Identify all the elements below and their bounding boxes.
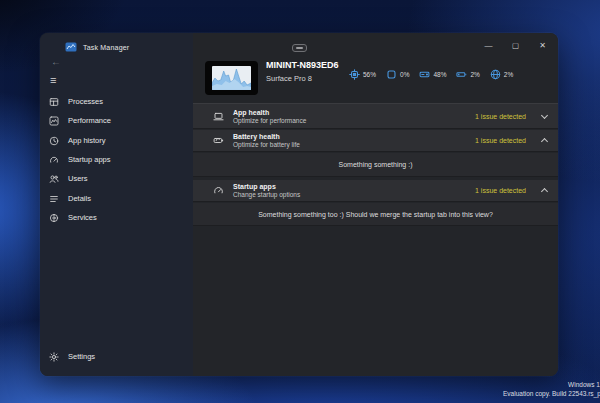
sidebar-item-startup-apps[interactable]: Startup apps [40,150,193,169]
close-button[interactable]: ✕ [529,36,556,54]
chevron-up-icon[interactable] [541,188,548,195]
device-thumbnail [205,61,258,95]
disk-value: 48% [433,71,446,78]
gear-icon [49,352,59,362]
sidebar-item-settings[interactable]: Settings [40,347,193,366]
row-title: Battery health [233,133,300,140]
hamburger-menu-icon[interactable]: ≡ [50,74,56,86]
titlebar: Task Manager [65,42,129,52]
sidebar-item-app-history[interactable]: App history [40,131,193,150]
chevron-down-icon[interactable] [541,111,548,118]
performance-graph-thumbnail-icon [212,66,251,90]
sidebar-item-label: Details [68,194,91,203]
battery-icon [456,69,467,80]
sidebar-item-performance[interactable]: Performance [40,111,193,130]
row-subtitle: Optimize for performance [233,117,306,124]
disk-icon [419,69,430,80]
sidebar-item-services[interactable]: Services [40,208,193,227]
sidebar-item-users[interactable]: Users [40,169,193,188]
device-model: Surface Pro 8 [266,74,312,83]
app-history-icon [49,136,59,146]
expanded-message: Something something too :) Should we mer… [258,211,493,218]
cpu-stat: 56% [349,69,376,80]
window-controls: — ▢ ✕ [475,36,556,54]
services-icon [49,213,59,223]
users-icon [49,174,59,184]
task-manager-window: Task Manager ← ≡ Processes Performance A… [40,33,558,376]
watermark-line2: Evaluation copy. Build 22543.rs_pr [503,390,600,399]
sidebar-item-label: Performance [68,116,111,125]
minimize-button[interactable]: — [475,36,502,54]
gauge-icon [213,185,224,196]
issue-status-badge: 1 issue detected [475,187,526,194]
drag-handle[interactable] [292,44,307,52]
app-title: Task Manager [83,44,129,51]
cpu-icon [349,69,360,80]
resource-stats: 56% 0% 48% 2% [349,69,513,80]
battery-stat: 2% [456,69,479,80]
battery-saver-icon [213,135,224,146]
row-title: App health [233,109,306,116]
row-title: Startup apps [233,183,300,190]
expanded-message: Something something :) [339,161,413,168]
sidebar-item-label: Startup apps [68,155,111,164]
sidebar-item-label: App history [68,136,106,145]
battery-value: 2% [470,71,479,78]
sidebar-item-details[interactable]: Details [40,189,193,208]
main-panel: — ▢ ✕ MININT-N893ED6 Surface Pro 8 56% [193,33,558,376]
memory-icon [386,69,397,80]
sidebar-item-label: Services [68,213,97,222]
issue-status-badge: 1 issue detected [475,137,526,144]
battery-health-expanded-panel: Something something :) [193,153,558,177]
disk-stat: 48% [419,69,446,80]
sidebar-item-label: Processes [68,97,103,106]
issue-status-badge: 1 issue detected [475,113,526,120]
network-globe-icon [490,69,501,80]
memory-value: 0% [400,71,409,78]
startup-apps-icon [49,155,59,165]
laptop-icon [213,111,224,122]
cpu-value: 56% [363,71,376,78]
health-row-app-health[interactable]: App health Optimize for performance 1 is… [193,104,558,129]
performance-icon [49,116,59,126]
startup-apps-expanded-panel: Something something too :) Should we mer… [193,203,558,226]
network-value: 2% [504,71,513,78]
back-icon[interactable]: ← [51,56,61,67]
network-stat: 2% [490,69,513,80]
details-icon [49,194,59,204]
watermark-line1: Windows 11 [503,381,600,390]
health-row-startup-apps[interactable]: Startup apps Change startup options 1 is… [193,180,558,202]
evaluation-watermark: Windows 11 Evaluation copy. Build 22543.… [503,381,600,398]
app-logo-icon [65,42,77,52]
sidebar-item-label: Users [68,174,88,183]
sidebar: Task Manager ← ≡ Processes Performance A… [40,33,193,376]
row-subtitle: Optimize for battery life [233,141,300,148]
row-subtitle: Change startup options [233,191,300,198]
maximize-button[interactable]: ▢ [502,36,529,54]
processes-icon [49,97,59,107]
device-name: MININT-N893ED6 [266,60,339,70]
health-row-battery-health[interactable]: Battery health Optimize for battery life… [193,130,558,152]
sidebar-item-processes[interactable]: Processes [40,92,193,111]
chevron-up-icon[interactable] [541,138,548,145]
memory-stat: 0% [386,69,409,80]
settings-label: Settings [68,352,95,361]
